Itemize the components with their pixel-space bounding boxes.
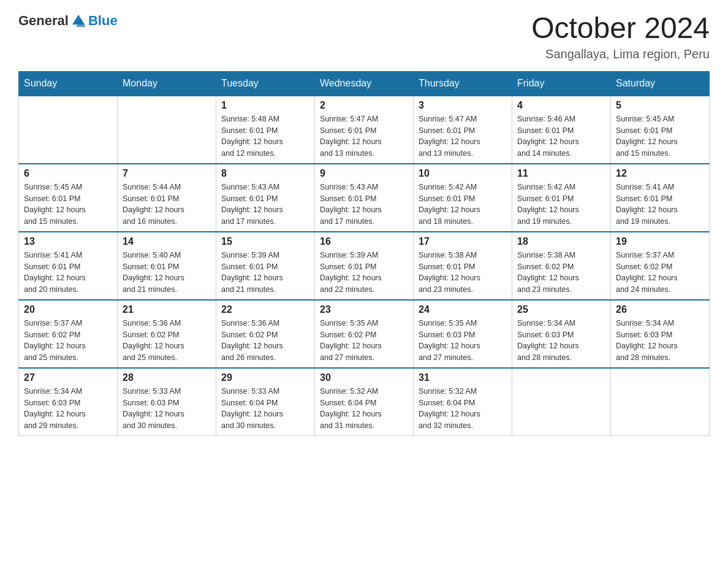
calendar-cell: 14Sunrise: 5:40 AMSunset: 6:01 PMDayligh… — [118, 232, 216, 300]
day-number: 20 — [24, 304, 112, 315]
day-number: 28 — [123, 372, 211, 383]
calendar-subtitle: Sangallaya, Lima region, Peru — [531, 47, 710, 61]
calendar-cell — [512, 368, 611, 436]
day-number: 21 — [123, 304, 211, 315]
day-number: 12 — [616, 168, 704, 179]
day-number: 5 — [616, 100, 704, 111]
calendar-cell: 28Sunrise: 5:33 AMSunset: 6:03 PMDayligh… — [118, 368, 216, 436]
calendar-cell — [19, 96, 118, 164]
day-info: Sunrise: 5:47 AMSunset: 6:01 PMDaylight:… — [320, 113, 408, 159]
day-number: 25 — [517, 304, 605, 315]
page-header: General Blue October 2024 Sangallaya, Li… — [18, 12, 710, 61]
day-number: 29 — [221, 372, 309, 383]
day-number: 10 — [419, 168, 507, 179]
calendar-cell: 21Sunrise: 5:36 AMSunset: 6:02 PMDayligh… — [118, 300, 216, 368]
logo-blue-text: Blue — [88, 13, 118, 29]
weekday-header-wednesday: Wednesday — [315, 71, 414, 96]
calendar-cell: 26Sunrise: 5:34 AMSunset: 6:03 PMDayligh… — [611, 300, 710, 368]
calendar-week-row: 6Sunrise: 5:45 AMSunset: 6:01 PMDaylight… — [19, 164, 710, 232]
day-info: Sunrise: 5:35 AMSunset: 6:03 PMDaylight:… — [419, 318, 507, 364]
calendar-cell: 3Sunrise: 5:47 AMSunset: 6:01 PMDaylight… — [414, 96, 512, 164]
weekday-header-saturday: Saturday — [611, 71, 710, 96]
day-info: Sunrise: 5:39 AMSunset: 6:01 PMDaylight:… — [221, 250, 309, 296]
calendar-cell: 4Sunrise: 5:46 AMSunset: 6:01 PMDaylight… — [512, 96, 611, 164]
day-number: 16 — [320, 236, 408, 247]
day-info: Sunrise: 5:32 AMSunset: 6:04 PMDaylight:… — [419, 386, 507, 432]
day-number: 4 — [517, 100, 605, 111]
day-info: Sunrise: 5:45 AMSunset: 6:01 PMDaylight:… — [24, 182, 112, 228]
calendar-week-row: 13Sunrise: 5:41 AMSunset: 6:01 PMDayligh… — [19, 232, 710, 300]
day-number: 30 — [320, 372, 408, 383]
calendar-cell: 15Sunrise: 5:39 AMSunset: 6:01 PMDayligh… — [216, 232, 315, 300]
day-number: 8 — [221, 168, 309, 179]
calendar-cell: 27Sunrise: 5:34 AMSunset: 6:03 PMDayligh… — [19, 368, 118, 436]
day-info: Sunrise: 5:43 AMSunset: 6:01 PMDaylight:… — [320, 182, 408, 228]
day-number: 2 — [320, 100, 408, 111]
day-number: 23 — [320, 304, 408, 315]
day-info: Sunrise: 5:37 AMSunset: 6:02 PMDaylight:… — [24, 318, 112, 364]
calendar-week-row: 1Sunrise: 5:48 AMSunset: 6:01 PMDaylight… — [19, 96, 710, 164]
calendar-title: October 2024 — [531, 12, 710, 45]
calendar-cell: 2Sunrise: 5:47 AMSunset: 6:01 PMDaylight… — [315, 96, 414, 164]
calendar-cell: 8Sunrise: 5:43 AMSunset: 6:01 PMDaylight… — [216, 164, 315, 232]
calendar-cell: 16Sunrise: 5:39 AMSunset: 6:01 PMDayligh… — [315, 232, 414, 300]
calendar-cell: 22Sunrise: 5:36 AMSunset: 6:02 PMDayligh… — [216, 300, 315, 368]
calendar-cell: 10Sunrise: 5:42 AMSunset: 6:01 PMDayligh… — [414, 164, 512, 232]
calendar-cell: 23Sunrise: 5:35 AMSunset: 6:02 PMDayligh… — [315, 300, 414, 368]
day-number: 1 — [221, 100, 309, 111]
day-info: Sunrise: 5:34 AMSunset: 6:03 PMDaylight:… — [24, 386, 112, 432]
weekday-header-thursday: Thursday — [414, 71, 512, 96]
weekday-header-tuesday: Tuesday — [216, 71, 315, 96]
day-info: Sunrise: 5:36 AMSunset: 6:02 PMDaylight:… — [123, 318, 211, 364]
day-info: Sunrise: 5:48 AMSunset: 6:01 PMDaylight:… — [221, 113, 309, 159]
day-info: Sunrise: 5:33 AMSunset: 6:03 PMDaylight:… — [123, 386, 211, 432]
calendar-week-row: 20Sunrise: 5:37 AMSunset: 6:02 PMDayligh… — [19, 300, 710, 368]
day-info: Sunrise: 5:35 AMSunset: 6:02 PMDaylight:… — [320, 318, 408, 364]
logo: General Blue — [18, 12, 118, 29]
day-info: Sunrise: 5:37 AMSunset: 6:02 PMDaylight:… — [616, 250, 704, 296]
calendar-cell — [611, 368, 710, 436]
day-info: Sunrise: 5:46 AMSunset: 6:01 PMDaylight:… — [517, 113, 605, 159]
day-info: Sunrise: 5:44 AMSunset: 6:01 PMDaylight:… — [123, 182, 211, 228]
day-number: 11 — [517, 168, 605, 179]
calendar-cell: 6Sunrise: 5:45 AMSunset: 6:01 PMDaylight… — [19, 164, 118, 232]
day-info: Sunrise: 5:42 AMSunset: 6:01 PMDaylight:… — [517, 182, 605, 228]
calendar-cell: 5Sunrise: 5:45 AMSunset: 6:01 PMDaylight… — [611, 96, 710, 164]
day-info: Sunrise: 5:38 AMSunset: 6:01 PMDaylight:… — [419, 250, 507, 296]
day-number: 26 — [616, 304, 704, 315]
calendar-cell: 29Sunrise: 5:33 AMSunset: 6:04 PMDayligh… — [216, 368, 315, 436]
day-info: Sunrise: 5:41 AMSunset: 6:01 PMDaylight:… — [24, 250, 112, 296]
day-info: Sunrise: 5:43 AMSunset: 6:01 PMDaylight:… — [221, 182, 309, 228]
day-info: Sunrise: 5:41 AMSunset: 6:01 PMDaylight:… — [616, 182, 704, 228]
day-info: Sunrise: 5:40 AMSunset: 6:01 PMDaylight:… — [123, 250, 211, 296]
day-info: Sunrise: 5:32 AMSunset: 6:04 PMDaylight:… — [320, 386, 408, 432]
calendar-table: SundayMondayTuesdayWednesdayThursdayFrid… — [18, 71, 710, 436]
day-number: 24 — [419, 304, 507, 315]
calendar-cell: 7Sunrise: 5:44 AMSunset: 6:01 PMDaylight… — [118, 164, 216, 232]
day-number: 19 — [616, 236, 704, 247]
calendar-cell: 13Sunrise: 5:41 AMSunset: 6:01 PMDayligh… — [19, 232, 118, 300]
title-area: October 2024 Sangallaya, Lima region, Pe… — [531, 12, 710, 61]
day-number: 22 — [221, 304, 309, 315]
weekday-header-row: SundayMondayTuesdayWednesdayThursdayFrid… — [19, 71, 710, 96]
calendar-week-row: 27Sunrise: 5:34 AMSunset: 6:03 PMDayligh… — [19, 368, 710, 436]
day-info: Sunrise: 5:39 AMSunset: 6:01 PMDaylight:… — [320, 250, 408, 296]
day-number: 7 — [123, 168, 211, 179]
day-info: Sunrise: 5:38 AMSunset: 6:02 PMDaylight:… — [517, 250, 605, 296]
day-number: 17 — [419, 236, 507, 247]
day-number: 9 — [320, 168, 408, 179]
calendar-cell: 12Sunrise: 5:41 AMSunset: 6:01 PMDayligh… — [611, 164, 710, 232]
day-number: 15 — [221, 236, 309, 247]
calendar-cell: 11Sunrise: 5:42 AMSunset: 6:01 PMDayligh… — [512, 164, 611, 232]
logo-general-text: General — [18, 13, 69, 29]
calendar-cell: 1Sunrise: 5:48 AMSunset: 6:01 PMDaylight… — [216, 96, 315, 164]
weekday-header-monday: Monday — [118, 71, 216, 96]
calendar-cell: 17Sunrise: 5:38 AMSunset: 6:01 PMDayligh… — [414, 232, 512, 300]
calendar-cell: 19Sunrise: 5:37 AMSunset: 6:02 PMDayligh… — [611, 232, 710, 300]
logo-icon — [70, 12, 87, 29]
day-info: Sunrise: 5:45 AMSunset: 6:01 PMDaylight:… — [616, 113, 704, 159]
day-info: Sunrise: 5:33 AMSunset: 6:04 PMDaylight:… — [221, 386, 309, 432]
day-info: Sunrise: 5:36 AMSunset: 6:02 PMDaylight:… — [221, 318, 309, 364]
weekday-header-friday: Friday — [512, 71, 611, 96]
day-info: Sunrise: 5:34 AMSunset: 6:03 PMDaylight:… — [517, 318, 605, 364]
